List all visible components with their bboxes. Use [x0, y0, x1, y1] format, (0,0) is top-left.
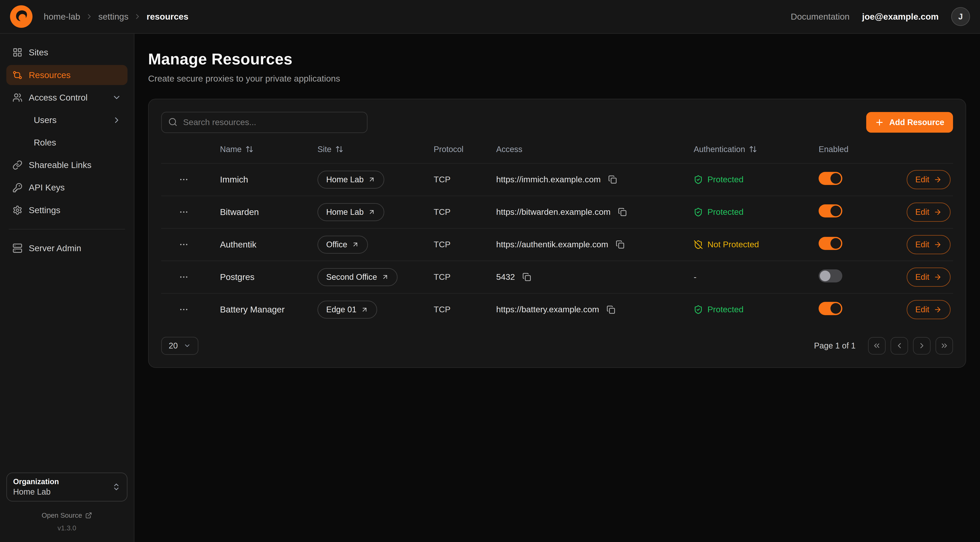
- enabled-toggle[interactable]: [819, 204, 842, 217]
- site-link-button[interactable]: Second Office: [318, 268, 398, 286]
- sidebar-item-sites[interactable]: Sites: [6, 43, 128, 62]
- sidebar-item-api-keys[interactable]: API Keys: [6, 178, 128, 198]
- header-authentication[interactable]: Authentication: [694, 145, 819, 154]
- topbar: home-lab settings resources Documentatio…: [0, 0, 980, 34]
- sidebar-item-server-admin[interactable]: Server Admin: [6, 238, 128, 258]
- sidebar-item-label: API Keys: [29, 182, 65, 193]
- page-subtitle: Create secure proxies to your private ap…: [148, 73, 966, 84]
- arrow-right-icon: [934, 208, 942, 216]
- sidebar-item-resources[interactable]: Resources: [6, 65, 128, 85]
- sidebar-item-label: Roles: [34, 137, 56, 148]
- header-enabled: Enabled: [819, 145, 904, 154]
- row-menu-button[interactable]: [176, 237, 191, 252]
- header-name[interactable]: Name: [220, 145, 318, 154]
- header-access: Access: [496, 145, 694, 154]
- topbar-right: Documentation joe@example.com J: [791, 7, 970, 26]
- sidebar-item-users[interactable]: Users: [6, 110, 128, 130]
- site-link-button[interactable]: Home Lab: [318, 171, 384, 189]
- row-menu-button[interactable]: [176, 269, 191, 284]
- avatar[interactable]: J: [951, 7, 970, 26]
- edit-button[interactable]: Edit: [907, 170, 951, 189]
- toggle-knob: [830, 206, 841, 216]
- main-content: Manage Resources Create secure proxies t…: [134, 34, 980, 542]
- copy-button[interactable]: [605, 304, 617, 315]
- row-menu-button[interactable]: [176, 204, 191, 220]
- edit-button[interactable]: Edit: [907, 235, 951, 254]
- open-source-link[interactable]: Open Source: [6, 512, 128, 519]
- site-link-button[interactable]: Edge 01: [318, 301, 377, 319]
- resources-icon: [13, 70, 22, 80]
- edit-button[interactable]: Edit: [907, 300, 951, 319]
- auth-status-label: Protected: [708, 207, 744, 217]
- resource-name: Postgres: [220, 272, 318, 282]
- auth-status-label: Protected: [708, 305, 744, 314]
- header-site[interactable]: Site: [318, 145, 434, 154]
- site-name: Home Lab: [326, 207, 364, 217]
- pagination-prev-button[interactable]: [891, 337, 908, 355]
- arrow-right-icon: [934, 306, 942, 314]
- gear-icon: [13, 205, 22, 215]
- access-value: https://authentik.example.com: [496, 240, 608, 249]
- table-row: Immich Home Lab TCP https://immich.examp…: [161, 163, 953, 196]
- edit-button[interactable]: Edit: [907, 202, 951, 222]
- pagination-first-button[interactable]: [868, 337, 886, 355]
- breadcrumb-settings[interactable]: settings: [98, 12, 129, 22]
- enabled-toggle[interactable]: [819, 237, 842, 250]
- auth-status-label: Protected: [708, 175, 744, 184]
- sidebar-item-label: Sites: [29, 48, 48, 57]
- documentation-link[interactable]: Documentation: [791, 12, 850, 22]
- copy-icon: [616, 240, 625, 249]
- auth-status: Not Protected: [694, 240, 819, 249]
- enabled-toggle[interactable]: [819, 172, 842, 185]
- table-body: Immich Home Lab TCP https://immich.examp…: [161, 163, 953, 325]
- ellipsis-icon: [179, 239, 189, 250]
- sidebar-item-roles[interactable]: Roles: [6, 132, 128, 153]
- access-value: https://battery.example.com: [496, 305, 599, 314]
- auth-status-label: Not Protected: [708, 240, 759, 249]
- page-size-select[interactable]: 20: [161, 337, 198, 355]
- pagination-next-button[interactable]: [913, 337, 931, 355]
- table-header: Name Site Protocol: [161, 136, 953, 163]
- sidebar-item-shareable-links[interactable]: Shareable Links: [6, 155, 128, 175]
- pagination: Page 1 of 1: [814, 337, 953, 355]
- user-email[interactable]: joe@example.com: [862, 12, 939, 22]
- site-link-button[interactable]: Home Lab: [318, 203, 384, 221]
- copy-button[interactable]: [521, 271, 532, 283]
- row-menu-button[interactable]: [176, 172, 191, 187]
- pagination-last-button[interactable]: [935, 337, 953, 355]
- sidebar-item-label: Shareable Links: [29, 160, 92, 170]
- app-logo[interactable]: [10, 5, 32, 28]
- site-link-button[interactable]: Office: [318, 236, 368, 253]
- table-row: Battery Manager Edge 01 TCP https://batt…: [161, 293, 953, 325]
- enabled-toggle[interactable]: [819, 269, 842, 282]
- enabled-toggle[interactable]: [819, 302, 842, 315]
- auth-status: Protected: [694, 305, 819, 314]
- plus-icon: [875, 118, 884, 127]
- row-menu-button[interactable]: [176, 302, 191, 317]
- organization-value: Home Lab: [13, 487, 59, 496]
- ellipsis-icon: [179, 175, 189, 185]
- organization-selector[interactable]: Organization Home Lab: [6, 472, 128, 502]
- arrow-right-icon: [934, 273, 942, 281]
- copy-button[interactable]: [607, 174, 618, 185]
- chevron-right-icon: [918, 341, 926, 350]
- sidebar: Sites Resources Access Control: [0, 34, 134, 542]
- sidebar-item-settings[interactable]: Settings: [6, 200, 128, 220]
- toggle-knob: [820, 271, 830, 281]
- breadcrumb-current: resources: [147, 12, 189, 22]
- copy-button[interactable]: [614, 239, 626, 250]
- resource-protocol: TCP: [434, 207, 496, 217]
- sidebar-item-access-control[interactable]: Access Control: [6, 88, 128, 107]
- add-resource-button[interactable]: Add Resource: [866, 112, 953, 132]
- search-input[interactable]: [161, 112, 368, 133]
- shield-off-icon: [694, 240, 703, 249]
- edit-button[interactable]: Edit: [907, 268, 951, 287]
- breadcrumb-org[interactable]: home-lab: [44, 12, 80, 22]
- copy-icon: [608, 175, 617, 184]
- arrow-up-right-icon: [361, 306, 368, 314]
- chevrons-right-icon: [940, 341, 949, 350]
- arrow-up-right-icon: [368, 176, 375, 183]
- chevrons-left-icon: [872, 341, 881, 350]
- copy-button[interactable]: [617, 206, 628, 218]
- sidebar-item-label: Settings: [29, 205, 60, 215]
